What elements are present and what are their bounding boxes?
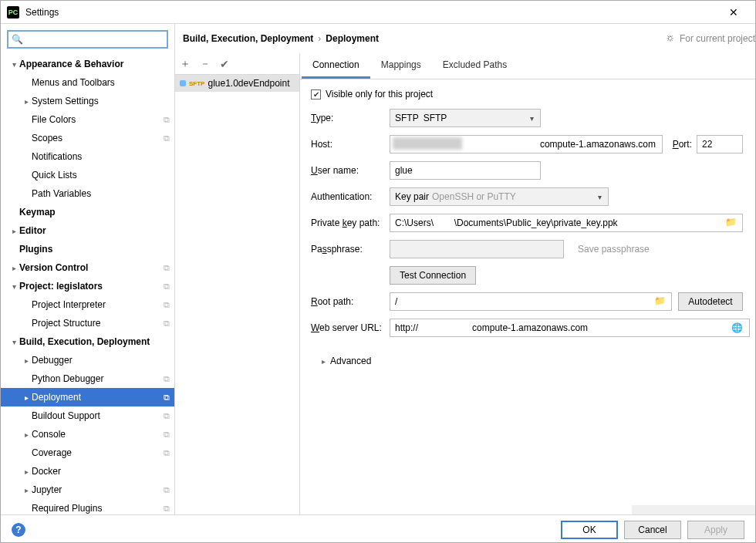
- sidebar-item-deployment[interactable]: ▸Deployment⧉: [1, 388, 174, 406]
- search-box[interactable]: 🔍: [7, 30, 168, 49]
- sidebar-item-version-control[interactable]: ▸Version Control⧉: [1, 258, 174, 277]
- project-level-icon: ⧉: [164, 393, 170, 403]
- sidebar-item-label: File Colors: [32, 114, 164, 125]
- test-connection-button[interactable]: Test Connection: [390, 266, 476, 285]
- sidebar-item-editor[interactable]: ▸Editor: [1, 221, 174, 240]
- server-icon: [180, 80, 186, 86]
- sidebar-item-appearance-behavior[interactable]: ▾Appearance & Behavior: [1, 55, 174, 73]
- sidebar-item-label: Notifications: [32, 151, 170, 162]
- chevron-right-icon: ▸: [8, 264, 19, 272]
- dialog-button-bar: ? OK Cancel Apply: [1, 514, 755, 543]
- type-select[interactable]: SFTP SFTP ▾: [390, 109, 541, 127]
- sidebar-item-label: Docker: [32, 466, 170, 477]
- sidebar-item-label: Project Interpreter: [32, 299, 164, 310]
- sidebar-item-project-interpreter[interactable]: Project Interpreter⧉: [1, 295, 174, 314]
- sidebar-item-keymap[interactable]: Keymap: [1, 203, 174, 221]
- apply-button[interactable]: Apply: [687, 521, 744, 539]
- username-label: User name:: [311, 165, 390, 176]
- search-input[interactable]: [26, 34, 164, 45]
- type-value: SFTP: [424, 113, 447, 123]
- advanced-section-toggle[interactable]: ▸ Advanced: [322, 356, 743, 366]
- set-default-button[interactable]: ✔: [220, 58, 229, 70]
- project-level-icon: ⧉: [164, 504, 170, 514]
- sidebar-item-required-plugins[interactable]: Required Plugins⧉: [1, 499, 174, 514]
- sidebar-item-label: Path Variables: [32, 188, 170, 199]
- deployment-detail-panel: Connection Mappings Excluded Paths ✔ Vis…: [300, 53, 755, 514]
- settings-tree: ▾Appearance & BehaviorMenus and Toolbars…: [1, 55, 174, 514]
- sidebar-item-system-settings[interactable]: ▸System Settings: [1, 92, 174, 110]
- save-passphrase-label: Save passphrase: [578, 244, 650, 255]
- sidebar-item-label: Project: legislators: [19, 281, 164, 292]
- project-level-icon: ⧉: [164, 300, 170, 310]
- browse-folder-icon[interactable]: 📁: [722, 217, 740, 228]
- sidebar-item-coverage[interactable]: Coverage⧉: [1, 444, 174, 462]
- port-label: Port:: [663, 139, 697, 150]
- breadcrumb: Build, Execution, Deployment › Deploymen…: [175, 24, 655, 53]
- deployment-toolbar: ＋ － ✔: [175, 53, 299, 75]
- web-url-input[interactable]: [390, 319, 750, 337]
- project-level-icon: ⧉: [164, 282, 170, 292]
- sidebar-item-notifications[interactable]: Notifications: [1, 147, 174, 166]
- tab-connection[interactable]: Connection: [302, 53, 370, 79]
- visible-only-label: Visible only for this project: [326, 89, 433, 99]
- sidebar-item-scopes[interactable]: Scopes⧉: [1, 129, 174, 147]
- sidebar-item-label: Quick Lists: [32, 170, 170, 180]
- search-icon: 🔍: [12, 34, 23, 45]
- tab-excluded-paths[interactable]: Excluded Paths: [432, 53, 518, 79]
- sidebar-item-build-execution-deployment[interactable]: ▾Build, Execution, Deployment: [1, 332, 174, 351]
- chevron-right-icon: ▸: [21, 393, 32, 402]
- sidebar-item-label: Scopes: [32, 133, 164, 143]
- username-input[interactable]: [390, 161, 541, 180]
- chevron-right-icon: ▸: [8, 227, 19, 235]
- sidebar-item-project-legislators[interactable]: ▾Project: legislators⧉: [1, 277, 174, 295]
- sidebar-item-plugins[interactable]: Plugins: [1, 240, 174, 258]
- visible-only-checkbox[interactable]: ✔ Visible only for this project: [311, 89, 743, 99]
- browse-folder-icon[interactable]: 📁: [651, 295, 669, 306]
- breadcrumb-separator: ›: [318, 33, 321, 44]
- scrollbar[interactable]: [632, 505, 755, 514]
- sidebar-item-menus-and-toolbars[interactable]: Menus and Toolbars: [1, 73, 174, 92]
- root-path-input[interactable]: [390, 292, 672, 311]
- sidebar-item-python-debugger[interactable]: Python Debugger⧉: [1, 369, 174, 388]
- ok-button[interactable]: OK: [561, 521, 618, 539]
- chevron-down-icon: ▾: [530, 114, 534, 123]
- tab-mappings[interactable]: Mappings: [370, 53, 432, 79]
- auth-select[interactable]: Key pair OpenSSH or PuTTY ▾: [390, 187, 609, 206]
- sidebar-item-debugger[interactable]: ▸Debugger: [1, 351, 174, 369]
- sidebar-item-label: Appearance & Behavior: [19, 59, 170, 69]
- chevron-right-icon: ▸: [21, 486, 32, 494]
- save-passphrase-checkbox[interactable]: Save passphrase: [573, 244, 650, 255]
- cancel-button[interactable]: Cancel: [624, 521, 681, 539]
- detail-tabs: Connection Mappings Excluded Paths: [300, 53, 755, 79]
- sidebar-item-buildout-support[interactable]: Buildout Support⧉: [1, 406, 174, 425]
- sidebar-item-project-structure[interactable]: Project Structure⧉: [1, 314, 174, 332]
- sftp-badge-icon: SFTP: [395, 113, 419, 123]
- sidebar-item-console[interactable]: ▸Console⧉: [1, 425, 174, 444]
- title-bar: PC Settings ✕: [1, 1, 755, 24]
- root-path-label: Root path:: [311, 296, 390, 307]
- sidebar-item-path-variables[interactable]: Path Variables: [1, 184, 174, 203]
- remove-deployment-button[interactable]: －: [200, 57, 211, 71]
- sidebar-item-docker[interactable]: ▸Docker: [1, 462, 174, 481]
- chevron-down-icon: ▾: [8, 60, 19, 69]
- chevron-down-icon: ▾: [598, 193, 602, 201]
- private-key-input[interactable]: [390, 214, 743, 232]
- chevron-right-icon: ▸: [21, 97, 32, 106]
- sidebar-item-label: Required Plugins: [32, 503, 164, 514]
- project-level-icon: ⧉: [164, 133, 170, 143]
- autodetect-button[interactable]: Autodetect: [678, 292, 743, 311]
- sidebar-item-label: Jupyter: [32, 484, 164, 495]
- passphrase-input[interactable]: [390, 240, 564, 258]
- add-deployment-button[interactable]: ＋: [180, 57, 191, 71]
- port-input[interactable]: [697, 135, 743, 153]
- help-button[interactable]: ?: [12, 523, 25, 537]
- connection-form: ✔ Visible only for this project Type: SF…: [300, 79, 755, 366]
- sidebar-item-jupyter[interactable]: ▸Jupyter⧉: [1, 481, 174, 499]
- settings-sidebar: 🔍 ▾Appearance & BehaviorMenus and Toolba…: [1, 24, 175, 514]
- sidebar-item-label: Debugger: [32, 355, 170, 366]
- sidebar-item-quick-lists[interactable]: Quick Lists: [1, 166, 174, 184]
- close-button[interactable]: ✕: [718, 6, 749, 19]
- app-icon: PC: [7, 6, 19, 19]
- sidebar-item-file-colors[interactable]: File Colors⧉: [1, 110, 174, 129]
- deployment-item[interactable]: SFTP glue1.0devEndpoint: [175, 75, 299, 92]
